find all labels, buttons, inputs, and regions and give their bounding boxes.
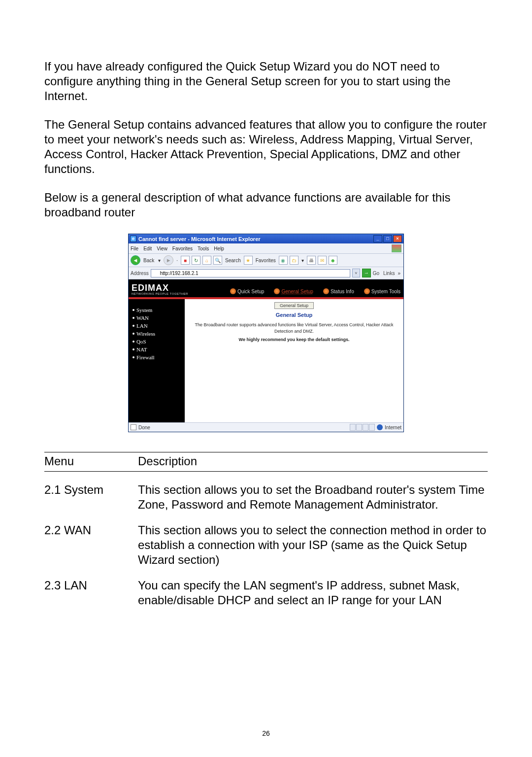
row-description: You can specify the LAN segment's IP add… <box>138 567 488 608</box>
table-row: 2.3 LAN You can specify the LAN segment'… <box>44 567 488 608</box>
bullet-icon <box>133 356 134 358</box>
sidebar-item-firewall[interactable]: Firewall <box>133 354 181 360</box>
status-zone: Internet <box>385 425 401 430</box>
row-description: This section allows you to select the co… <box>138 512 488 567</box>
menu-file[interactable]: File <box>131 246 138 251</box>
status-segment <box>363 424 368 431</box>
menu-view[interactable]: View <box>157 246 167 251</box>
menu-description-table: Menu Description 2.1 System This section… <box>44 452 488 608</box>
table-row: 2.1 System This section allows you to se… <box>44 472 488 513</box>
bullet-icon <box>133 309 134 311</box>
bullet-icon <box>133 317 134 319</box>
intro-paragraph-3: Below is a general description of what a… <box>44 190 488 220</box>
minimize-button[interactable]: _ <box>373 235 382 242</box>
refresh-icon[interactable]: ↻ <box>192 256 200 265</box>
menu-favorites[interactable]: Favorites <box>172 246 193 251</box>
address-dropdown-icon[interactable]: v <box>352 269 360 277</box>
bullet-icon <box>133 341 134 343</box>
messenger-icon[interactable]: ☻ <box>329 256 337 265</box>
toolbar-dropdown-icon[interactable]: ▾ <box>301 258 304 263</box>
address-input[interactable]: http://192.168.2.1 <box>151 269 350 277</box>
ie-addressbar: Address http://192.168.2.1 v → Go Links … <box>129 267 403 279</box>
table-header-description: Description <box>138 452 488 472</box>
globe-icon <box>323 288 329 294</box>
breadcrumb: General Setup <box>274 302 314 309</box>
row-description: This section allows you to set the Broad… <box>138 472 488 513</box>
maximize-button[interactable]: □ <box>383 235 392 242</box>
menu-edit[interactable]: Edit <box>143 246 152 251</box>
favorites-icon[interactable]: ★ <box>244 256 253 265</box>
intro-paragraph-2: The General Setup contains advanced feat… <box>44 117 488 176</box>
search-icon[interactable]: 🔍 <box>213 256 222 265</box>
table-row: 2.2 WAN This section allows you to selec… <box>44 512 488 567</box>
intro-paragraph-1: If you have already configured the Quick… <box>44 59 488 103</box>
ie-logo-icon: e <box>130 236 136 242</box>
back-label: Back <box>143 258 154 263</box>
ie-statusbar: Done Internet <box>129 422 403 432</box>
links-label[interactable]: Links <box>383 271 395 276</box>
sidebar-item-qos[interactable]: QoS <box>133 339 181 344</box>
router-brand: EDIMAX <box>132 283 188 292</box>
internet-zone-icon <box>377 424 383 430</box>
panel-description: The Broadband router supports advanced f… <box>192 322 397 334</box>
home-icon[interactable]: ⌂ <box>202 256 211 265</box>
ie-window: e Cannot find server - Microsoft Interne… <box>128 234 404 432</box>
status-segment <box>369 424 375 431</box>
bullet-icon <box>133 325 134 327</box>
window-title: Cannot find server - Microsoft Internet … <box>138 236 261 242</box>
router-header: EDIMAX NETWORKING PEOPLE TOGETHER Quick … <box>129 279 403 299</box>
status-page-icon <box>131 424 136 430</box>
sidebar-item-system[interactable]: System <box>133 307 181 313</box>
router-sidebar: System WAN LAN Wireless QoS NAT Firewall <box>129 299 185 422</box>
bullet-icon <box>133 333 134 335</box>
address-label: Address <box>131 271 149 276</box>
sidebar-item-wan[interactable]: WAN <box>133 315 181 321</box>
toolbar-separator: · <box>176 258 178 263</box>
row-menu: 2.2 WAN <box>44 512 138 567</box>
sidebar-item-wireless[interactable]: Wireless <box>133 331 181 337</box>
router-main-panel: General Setup General Setup The Broadban… <box>185 299 403 422</box>
back-button[interactable]: ◄ <box>131 255 140 265</box>
router-tagline: NETWORKING PEOPLE TOGETHER <box>132 292 188 295</box>
go-button[interactable]: → <box>362 269 371 277</box>
status-segment <box>350 424 356 431</box>
globe-icon <box>230 288 236 294</box>
close-button[interactable]: × <box>393 235 402 242</box>
page-number: 26 <box>0 729 532 737</box>
go-label: Go <box>373 271 379 276</box>
mail-icon[interactable]: ✉ <box>318 256 327 265</box>
menu-tools[interactable]: Tools <box>198 246 209 251</box>
panel-recommendation: We highly recommend you keep the default… <box>192 337 397 342</box>
topnav-status-info[interactable]: Status Info <box>323 288 354 294</box>
topnav-system-tools[interactable]: System Tools <box>364 288 400 294</box>
topnav-quick-setup[interactable]: Quick Setup <box>230 288 264 294</box>
bullet-icon <box>133 348 134 350</box>
table-header-menu: Menu <box>44 452 138 472</box>
forward-button[interactable]: ► <box>164 255 173 265</box>
globe-icon <box>364 288 370 294</box>
ie-menubar: File Edit View Favorites Tools Help <box>129 243 403 254</box>
globe-icon <box>274 288 280 294</box>
status-segment <box>356 424 362 431</box>
panel-title: General Setup <box>192 312 397 318</box>
links-chevron-icon[interactable]: » <box>398 271 400 276</box>
back-dropdown-icon[interactable]: ▾ <box>158 258 161 263</box>
row-menu: 2.1 System <box>44 472 138 513</box>
windows-flag-icon <box>392 244 401 252</box>
favorites-label: Favorites <box>256 258 276 263</box>
print-icon[interactable]: 🖶 <box>307 256 316 265</box>
sidebar-item-nat[interactable]: NAT <box>133 346 181 352</box>
ie-toolbar: ◄ Back ▾ ► · ■ ↻ ⌂ 🔍 Search ★ Favorites … <box>129 254 403 267</box>
sidebar-item-lan[interactable]: LAN <box>133 323 181 329</box>
topnav-general-setup[interactable]: General Setup <box>274 288 313 294</box>
row-menu: 2.3 LAN <box>44 567 138 608</box>
stop-icon[interactable]: ■ <box>181 256 190 265</box>
ie-titlebar: e Cannot find server - Microsoft Interne… <box>129 234 403 243</box>
media-icon[interactable]: ◉ <box>279 256 288 265</box>
search-label: Search <box>225 258 241 263</box>
menu-help[interactable]: Help <box>214 246 224 251</box>
history-icon[interactable]: 🗀 <box>290 256 299 265</box>
status-text: Done <box>138 425 150 430</box>
